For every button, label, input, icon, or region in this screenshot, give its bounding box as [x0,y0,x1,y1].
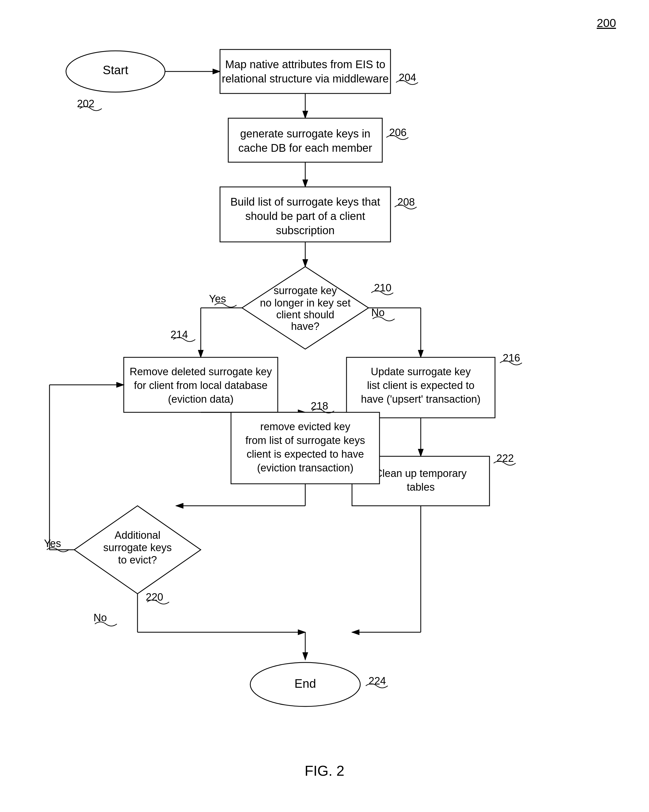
svg-text:to evict?: to evict? [118,554,157,566]
svg-rect-5 [220,49,390,93]
svg-text:Start: Start [103,63,129,77]
svg-text:Remove deleted surrogate key: Remove deleted surrogate key [130,366,272,377]
svg-text:Update surrogate key: Update surrogate key [371,366,470,377]
svg-text:list client is expected to: list client is expected to [367,380,475,391]
svg-text:have?: have? [291,321,320,332]
svg-text:surrogate keys: surrogate keys [103,542,171,553]
svg-text:subscription: subscription [276,224,334,237]
svg-text:have ('upsert' transaction): have ('upsert' transaction) [361,393,481,405]
svg-text:for client from local database: for client from local database [134,380,268,391]
svg-text:214: 214 [170,329,188,340]
svg-text:no longer in key set: no longer in key set [260,297,351,309]
svg-text:222: 222 [496,452,514,464]
svg-text:surrogate key: surrogate key [274,285,337,296]
svg-text:should be part of a client: should be part of a client [245,210,365,222]
svg-text:Map native attributes from EIS: Map native attributes from EIS to [225,58,385,70]
svg-text:cache DB for each member: cache DB for each member [239,142,372,154]
svg-text:client is expected to have: client is expected to have [247,448,364,460]
fig-label: FIG. 2 [305,763,344,779]
svg-text:202: 202 [77,98,94,109]
svg-text:216: 216 [503,352,520,364]
svg-text:tables: tables [407,481,435,493]
svg-text:Additional: Additional [115,530,161,541]
svg-text:Clean up temporary: Clean up temporary [375,467,467,479]
svg-text:204: 204 [399,72,416,83]
svg-text:client should: client should [276,309,334,321]
flowchart-diagram: Start 202 Map native attributes from EIS… [22,27,627,770]
svg-text:generate surrogate keys in: generate surrogate keys in [240,128,370,140]
svg-rect-10 [228,118,382,162]
svg-text:End: End [294,677,316,690]
svg-text:210: 210 [374,282,391,293]
svg-text:from list of surrogate keys: from list of surrogate keys [245,435,365,446]
svg-text:(eviction transaction): (eviction transaction) [257,462,354,474]
svg-text:206: 206 [389,127,406,138]
svg-text:208: 208 [397,196,415,208]
svg-text:remove evicted key: remove evicted key [260,421,350,432]
svg-text:relational structure via middl: relational structure via middleware [222,73,389,85]
svg-text:224: 224 [369,675,386,687]
svg-text:Build list of surrogate keys t: Build list of surrogate keys that [230,196,380,208]
svg-text:(eviction data): (eviction data) [168,393,234,405]
svg-text:Yes: Yes [209,293,226,305]
